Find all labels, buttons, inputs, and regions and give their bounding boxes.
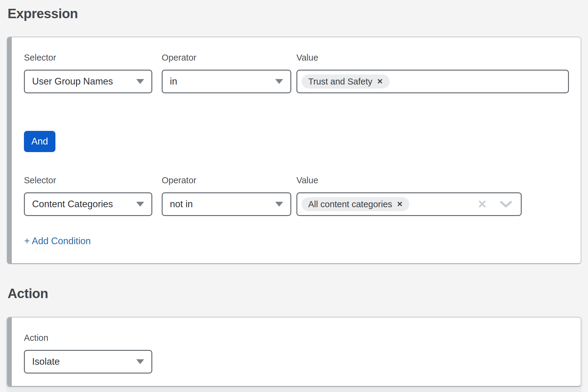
action-row: Action Isolate [7,333,581,387]
chip-remove-icon[interactable]: ✕ [397,201,403,208]
selector-dropdown-1[interactable]: User Group Names [24,70,152,93]
chevron-down-icon [136,359,144,364]
clear-all-icon[interactable]: ✕ [477,199,487,210]
operator-field-1: Operator in [162,52,291,63]
selector-label: Selector [24,52,152,63]
chevron-down-icon[interactable] [500,201,512,208]
value-label: Value [296,52,569,63]
selector-dropdown-2[interactable]: Content Categories [24,192,152,216]
operator-dropdown-1-value: in [170,76,177,87]
multiselect-controls: ✕ [477,199,515,210]
action-label: Action [24,333,152,343]
value-field-1: Value Trust and Safety ✕ [296,52,569,63]
page-background-band [7,388,581,392]
chevron-down-icon [136,202,144,207]
and-joiner-button[interactable]: And [24,131,55,152]
value-input-1[interactable]: Trust and Safety ✕ [296,70,569,93]
action-dropdown-value: Isolate [32,356,60,367]
condition-row-1: Selector User Group Names Operator in Va… [7,52,581,111]
selector-field-1: Selector User Group Names [24,52,152,63]
selector-label: Selector [24,175,152,185]
condition-row-2: Selector Content Categories Operator not… [7,175,581,233]
value-chip-label: All content categories [308,199,392,209]
add-condition-link[interactable]: + Add Condition [24,236,91,247]
expression-section-heading: Expression [8,6,78,21]
value-chip-label: Trust and Safety [308,77,372,87]
action-field: Action Isolate [24,333,152,343]
chevron-down-icon [275,202,283,207]
action-section-heading: Action [8,286,48,301]
value-field-2: Value All content categories ✕ ✕ Delete [296,175,522,185]
operator-label: Operator [162,52,291,63]
selector-dropdown-2-value: Content Categories [32,199,113,210]
action-dropdown[interactable]: Isolate [24,350,152,374]
chevron-down-icon [136,79,144,84]
operator-dropdown-2-value: not in [170,199,193,210]
operator-dropdown-1[interactable]: in [162,70,291,93]
operator-label: Operator [162,175,291,185]
value-multiselect-2[interactable]: All content categories ✕ ✕ [296,192,522,216]
action-card: Action Isolate [7,317,581,387]
chevron-down-icon [275,79,283,84]
operator-field-2: Operator not in [162,175,291,185]
selector-field-2: Selector Content Categories [24,175,152,185]
selector-dropdown-1-value: User Group Names [32,76,113,87]
chip-remove-icon[interactable]: ✕ [377,78,383,85]
expression-card: Selector User Group Names Operator in Va… [7,37,581,264]
value-label: Value [296,175,522,185]
operator-dropdown-2[interactable]: not in [162,192,291,216]
value-chip: All content categories ✕ [302,197,409,211]
value-chip: Trust and Safety ✕ [302,75,390,88]
